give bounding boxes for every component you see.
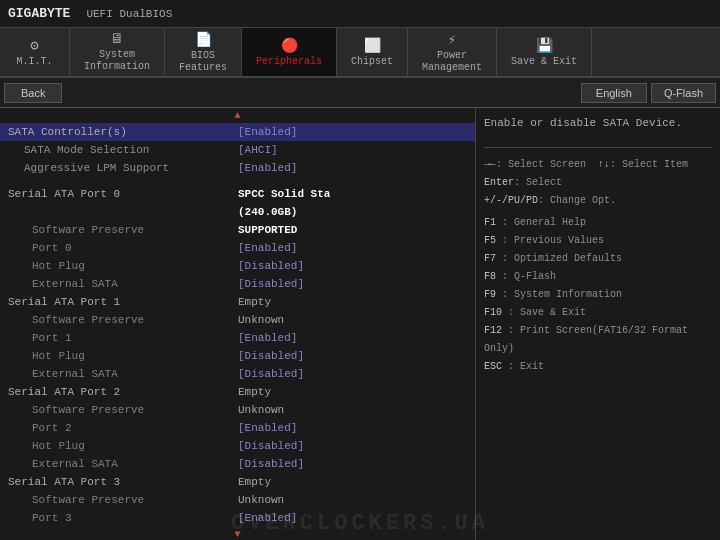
row-sata-controllers[interactable]: SATA Controller(s) [Enabled] — [0, 123, 475, 141]
tab-mit-label: M.I.T. — [16, 56, 52, 68]
row-label-sata-mode: SATA Mode Selection — [8, 144, 238, 156]
row-label-aggressive-lpm: Aggressive LPM Support — [8, 162, 238, 174]
row-value-sata-mode: [AHCI] — [238, 144, 467, 156]
row-value-sata-port2-sw-preserve: Unknown — [238, 404, 467, 416]
row-sata-port0-size: (240.0GB) — [0, 203, 475, 221]
row-value-sata-port2-port: [Enabled] — [238, 422, 467, 434]
tab-power-mgmt-label: PowerManagement — [422, 50, 482, 74]
key-shortcuts: →←: Select Screen ↑↓: Select Item Enter:… — [484, 156, 712, 376]
row-label-sata-port2-sw-preserve: Software Preserve — [8, 404, 238, 416]
tab-chipset-label: Chipset — [351, 56, 393, 68]
row-label-sata-port1-port: Port 1 — [8, 332, 238, 344]
system-info-icon: 🖥 — [110, 31, 124, 47]
row-sata-port2-hotplug[interactable]: Hot Plug [Disabled] — [0, 437, 475, 455]
row-value-sata-port0: SPCC Solid Sta — [238, 188, 467, 200]
row-sata-port3-sw-preserve[interactable]: Software Preserve Unknown — [0, 491, 475, 509]
tab-mit[interactable]: ⚙ M.I.T. — [0, 28, 70, 76]
help-panel: Enable or disable SATA Device. →←: Selec… — [476, 108, 720, 540]
row-aggressive-lpm[interactable]: Aggressive LPM Support [Enabled] — [0, 159, 475, 177]
row-sata-port0-sw-preserve[interactable]: Software Preserve SUPPORTED — [0, 221, 475, 239]
row-value-sata-port3-sw-preserve: Unknown — [238, 494, 467, 506]
power-mgmt-icon: ⚡ — [448, 31, 456, 48]
row-sata-port1-port[interactable]: Port 1 [Enabled] — [0, 329, 475, 347]
row-value-sata-port0-external: [Disabled] — [238, 278, 467, 290]
row-label-sata-port0-hotplug: Hot Plug — [8, 260, 238, 272]
row-label-sata-port3-sw-preserve: Software Preserve — [8, 494, 238, 506]
row-label-sata-port2-hotplug: Hot Plug — [8, 440, 238, 452]
row-value-sata-port0-sw-preserve: SUPPORTED — [238, 224, 467, 236]
row-label-sata-port1-hotplug: Hot Plug — [8, 350, 238, 362]
row-value-aggressive-lpm: [Enabled] — [238, 162, 467, 174]
row-value-sata-port2: Empty — [238, 386, 467, 398]
row-label-sata-port0-sw-preserve: Software Preserve — [8, 224, 238, 236]
nav-tabs: ⚙ M.I.T. 🖥 SystemInformation 📄 BIOSFeatu… — [0, 28, 720, 78]
tab-save-exit-label: Save & Exit — [511, 56, 577, 68]
row-value-sata-port1: Empty — [238, 296, 467, 308]
row-label-sata-port2-external: External SATA — [8, 458, 238, 470]
row-sata-port3-header[interactable]: Serial ATA Port 3 Empty — [0, 473, 475, 491]
row-label-sata-port3-port: Port 3 — [8, 512, 238, 524]
row-label-sata-port1-sw-preserve: Software Preserve — [8, 314, 238, 326]
row-label-sata-port1: Serial ATA Port 1 — [8, 296, 238, 308]
row-value-sata-port3-port: [Enabled] — [238, 512, 467, 524]
scroll-up-indicator: ▲ — [0, 108, 475, 123]
tab-chipset[interactable]: ⬜ Chipset — [337, 28, 408, 76]
row-sata-port2-port[interactable]: Port 2 [Enabled] — [0, 419, 475, 437]
row-label-sata-controllers: SATA Controller(s) — [8, 126, 238, 138]
tab-system-info-label: SystemInformation — [84, 49, 150, 73]
row-sata-port1-sw-preserve[interactable]: Software Preserve Unknown — [0, 311, 475, 329]
row-sata-port2-header[interactable]: Serial ATA Port 2 Empty — [0, 383, 475, 401]
row-sata-port0-header[interactable]: Serial ATA Port 0 SPCC Solid Sta — [0, 185, 475, 203]
row-sata-port1-external[interactable]: External SATA [Disabled] — [0, 365, 475, 383]
row-sata-port3-port[interactable]: Port 3 [Enabled] — [0, 509, 475, 527]
row-value-sata-port2-external: [Disabled] — [238, 458, 467, 470]
row-label-sata-port0-external: External SATA — [8, 278, 238, 290]
row-label-sata-port2: Serial ATA Port 2 — [8, 386, 238, 398]
chipset-icon: ⬜ — [364, 37, 381, 54]
save-exit-icon: 💾 — [536, 37, 553, 54]
qflash-button[interactable]: Q-Flash — [651, 83, 716, 103]
row-sata-port1-hotplug[interactable]: Hot Plug [Disabled] — [0, 347, 475, 365]
row-value-sata-controllers: [Enabled] — [238, 126, 467, 138]
help-divider — [484, 147, 712, 148]
row-value-sata-port0-port: [Enabled] — [238, 242, 467, 254]
tab-peripherals-label: Peripherals — [256, 56, 322, 68]
bios-label: UEFI DualBIOS — [86, 8, 172, 20]
row-value-sata-port1-sw-preserve: Unknown — [238, 314, 467, 326]
tab-power-mgmt[interactable]: ⚡ PowerManagement — [408, 28, 497, 76]
toolbar: Back English Q-Flash — [0, 78, 720, 108]
row-value-sata-port1-external: [Disabled] — [238, 368, 467, 380]
mit-icon: ⚙ — [30, 37, 38, 54]
row-sata-port0-external[interactable]: External SATA [Disabled] — [0, 275, 475, 293]
tab-system-info[interactable]: 🖥 SystemInformation — [70, 28, 165, 76]
tab-save-exit[interactable]: 💾 Save & Exit — [497, 28, 592, 76]
row-sata-port0-hotplug[interactable]: Hot Plug [Disabled] — [0, 257, 475, 275]
header-bar: GIGABYTE UEFI DualBIOS — [0, 0, 720, 28]
row-value-sata-port0-size: (240.0GB) — [238, 206, 467, 218]
brand-label: GIGABYTE — [8, 6, 70, 21]
tab-peripherals[interactable]: 🔴 Peripherals — [242, 28, 337, 76]
help-description: Enable or disable SATA Device. — [484, 116, 712, 131]
row-sata-port2-external[interactable]: External SATA [Disabled] — [0, 455, 475, 473]
back-button[interactable]: Back — [4, 83, 62, 103]
tab-bios-features[interactable]: 📄 BIOSFeatures — [165, 28, 242, 76]
bios-settings-panel: ▲ SATA Controller(s) [Enabled] SATA Mode… — [0, 108, 476, 540]
row-sata-mode[interactable]: SATA Mode Selection [AHCI] — [0, 141, 475, 159]
scroll-down-indicator: ▼ — [0, 527, 475, 540]
row-value-sata-port1-port: [Enabled] — [238, 332, 467, 344]
row-sata-port1-header[interactable]: Serial ATA Port 1 Empty — [0, 293, 475, 311]
row-value-sata-port2-hotplug: [Disabled] — [238, 440, 467, 452]
content-area: ▲ SATA Controller(s) [Enabled] SATA Mode… — [0, 108, 720, 540]
row-label-sata-port0: Serial ATA Port 0 — [8, 188, 238, 200]
language-button[interactable]: English — [581, 83, 647, 103]
row-value-sata-port0-hotplug: [Disabled] — [238, 260, 467, 272]
row-label-sata-port2-port: Port 2 — [8, 422, 238, 434]
bios-features-icon: 📄 — [195, 31, 212, 48]
row-label-sata-port1-external: External SATA — [8, 368, 238, 380]
row-sata-port2-sw-preserve[interactable]: Software Preserve Unknown — [0, 401, 475, 419]
row-value-sata-port3: Empty — [238, 476, 467, 488]
row-label-sata-port3: Serial ATA Port 3 — [8, 476, 238, 488]
row-sata-port0-port[interactable]: Port 0 [Enabled] — [0, 239, 475, 257]
row-value-sata-port1-hotplug: [Disabled] — [238, 350, 467, 362]
row-label-sata-port0-port: Port 0 — [8, 242, 238, 254]
